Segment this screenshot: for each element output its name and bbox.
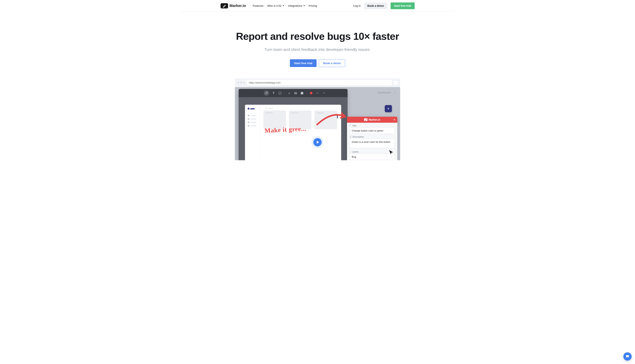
hero-cta-row: Start free trial Book a demo <box>180 59 455 67</box>
hero-start-trial-button[interactable]: Start free trial <box>290 59 317 67</box>
chevron-down-icon: ⌄ <box>391 156 393 158</box>
mock-browser-chrome: https://awesomewebapp.com <box>235 78 400 87</box>
play-video-button[interactable] <box>313 138 322 146</box>
brand-logo[interactable]: Marker.io <box>221 3 246 8</box>
kebab-icon: ⋮ <box>393 91 396 94</box>
brand-name: Marker.io <box>230 4 246 8</box>
mock-address-bar: https://awesomewebapp.com <box>247 80 392 85</box>
nav-features[interactable]: Features <box>253 4 263 7</box>
widget-brand: Marker.io <box>369 118 380 121</box>
hero-book-demo-button[interactable]: Book a demo <box>319 59 345 67</box>
blur-tool-icon[interactable] <box>300 91 304 95</box>
undo-icon[interactable]: ↶ <box>316 91 319 95</box>
widget-close-icon[interactable]: ✕ <box>393 118 395 121</box>
widget-desc-label: Description <box>350 136 395 138</box>
widget-logo-icon <box>364 118 367 121</box>
nav-pricing[interactable]: Pricing <box>309 4 317 7</box>
emoji-tool-icon[interactable]: ☺ <box>287 91 291 95</box>
widget-desc-input[interactable] <box>350 139 395 148</box>
arrow-tool-icon[interactable] <box>264 90 269 96</box>
top-nav: Marker.io Features Who is it for Integra… <box>180 0 455 12</box>
hero: Report and resolve bugs 10× faster Turn … <box>180 30 455 67</box>
mock-viewport: ⋮ T ☺ ↶ ↷ <box>235 87 400 160</box>
nav-links: Features Who is it for Integrations Pric… <box>253 4 317 7</box>
nav-integrations[interactable]: Integrations <box>288 4 305 7</box>
brand-logo-mark <box>221 3 228 8</box>
text-icon <box>350 125 351 127</box>
chevron-down-icon <box>303 5 305 6</box>
chevron-down-icon <box>283 5 284 6</box>
lines-icon <box>350 136 351 138</box>
search-icon <box>265 108 267 110</box>
text-tool-icon[interactable]: T <box>272 91 275 95</box>
product-mockup: https://awesomewebapp.com ⋮ T ☺ <box>233 78 402 160</box>
nav-right: Log in Book a demo Start free trial <box>353 2 414 9</box>
hero-title: Report and resolve bugs 10× faster <box>180 30 455 42</box>
kebab-icon: ⋮ <box>335 107 338 110</box>
mock-browser-square <box>394 81 397 84</box>
traffic-lights <box>238 82 245 84</box>
mock-app-sidebar <box>245 105 260 160</box>
nav-book-demo-button[interactable]: Book a demo <box>364 2 387 9</box>
floating-add-button[interactable]: + <box>385 105 392 112</box>
annotation-editor: T ☺ ↶ ↷ <box>239 89 348 160</box>
image-tool-icon[interactable] <box>294 91 297 95</box>
editor-toolbar: T ☺ ↶ ↷ <box>239 89 348 97</box>
nav-login[interactable]: Log in <box>353 4 361 7</box>
widget-title-input[interactable] <box>350 128 395 134</box>
mock-page-topbar: ⋮ <box>378 91 396 94</box>
redo-icon[interactable]: ↷ <box>322 91 326 95</box>
widget-title-label: Title <box>350 124 395 127</box>
tag-icon <box>349 151 351 153</box>
color-tool-icon[interactable] <box>309 91 313 95</box>
cursor-icon <box>388 149 394 156</box>
rect-tool-icon[interactable] <box>278 91 282 95</box>
nav-start-trial-button[interactable]: Start free trial <box>390 2 414 9</box>
nav-who-is-it-for[interactable]: Who is it for <box>267 4 284 7</box>
widget-header: Marker.io ✕ <box>347 117 397 123</box>
hero-subtitle: Turn team and client feedback into devel… <box>180 47 455 52</box>
